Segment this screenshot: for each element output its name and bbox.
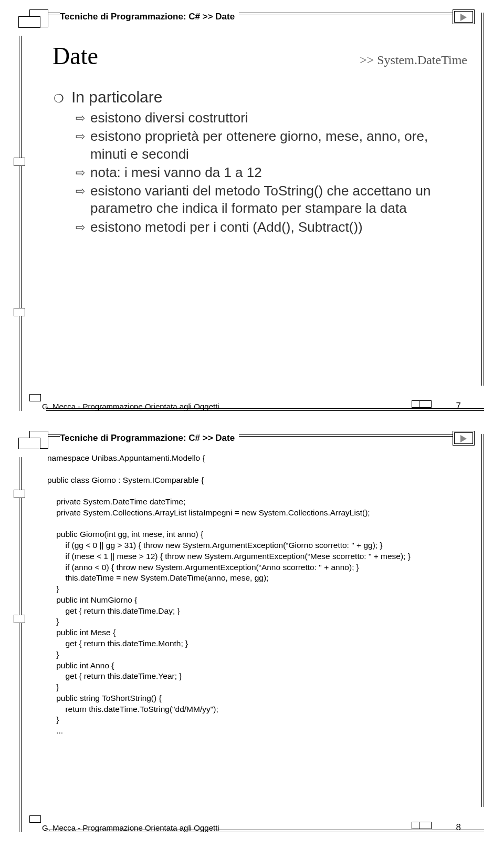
bullet-text: In particolare [71, 88, 162, 106]
footer-decor-left [29, 394, 41, 401]
play-icon [453, 431, 475, 446]
slide-footer: G. Mecca - Programmazione Orientata agli… [35, 820, 471, 835]
footer-decor-right [412, 822, 443, 829]
bullet-level2: ⇨ esistono metodi per i conti (Add(), Su… [76, 219, 467, 236]
bullet-text: esistono diversi costruttori [90, 109, 248, 127]
bullet-level2: ⇨ esistono proprietà per ottenere giorno… [76, 128, 467, 163]
arrow-right-icon: ⇨ [76, 129, 85, 144]
bullet-text: nota: i mesi vanno da 1 a 12 [90, 164, 262, 181]
breadcrumb: Tecniche di Programmazione: C# >> Date [60, 12, 239, 22]
bullet-text: esistono metodi per i conti (Add(), Subt… [90, 219, 363, 236]
bullet-text: esistono proprietà per ottenere giorno, … [90, 128, 467, 163]
row-decor [14, 490, 25, 498]
slide-2: Tecniche di Programmazione: C# >> Date n… [16, 431, 488, 835]
bullet-level2: ⇨ esistono varianti del metodo ToString(… [76, 182, 467, 218]
bullet-level2: ⇨ nota: i mesi vanno da 1 a 12 [76, 164, 467, 181]
slide-subtitle: >> System.DateTime [360, 53, 467, 67]
arrow-right-icon: ⇨ [76, 166, 85, 180]
slide-1: Tecniche di Programmazione: C# >> Date D… [16, 9, 488, 414]
corner-decor-tl [29, 9, 48, 27]
footer-decor-right [412, 400, 443, 408]
slide-title: Date [52, 42, 98, 70]
row-decor [14, 158, 25, 166]
arrow-right-icon: ⇨ [76, 220, 85, 235]
page-number: 8 [456, 822, 461, 833]
slide-footer: G. Mecca - Programmazione Orientata agli… [35, 398, 471, 414]
arrow-right-icon: ⇨ [76, 184, 85, 199]
footer-decor-left [29, 815, 41, 823]
page-number: 7 [456, 401, 461, 411]
footer-label: G. Mecca - Programmazione Orientata agli… [42, 402, 219, 411]
circle-icon: ❍ [54, 93, 64, 105]
row-decor [14, 308, 25, 316]
row-decor [14, 615, 25, 623]
bullet-level2: ⇨ esistono diversi costruttori [76, 109, 467, 127]
corner-decor-tl [29, 431, 48, 449]
slide-content: ❍ In particolare ⇨ esistono diversi cost… [52, 88, 467, 237]
footer-label: G. Mecca - Programmazione Orientata agli… [42, 823, 219, 832]
code-block: namespace Unibas.Appuntamenti.Modello { … [47, 453, 467, 737]
play-icon [453, 9, 475, 24]
title-row: Date >> System.DateTime [52, 42, 467, 70]
bullet-text: esistono varianti del metodo ToString() … [90, 182, 467, 218]
arrow-right-icon: ⇨ [76, 111, 85, 126]
breadcrumb: Tecniche di Programmazione: C# >> Date [60, 433, 239, 443]
bullet-level1: ❍ In particolare [52, 88, 467, 106]
